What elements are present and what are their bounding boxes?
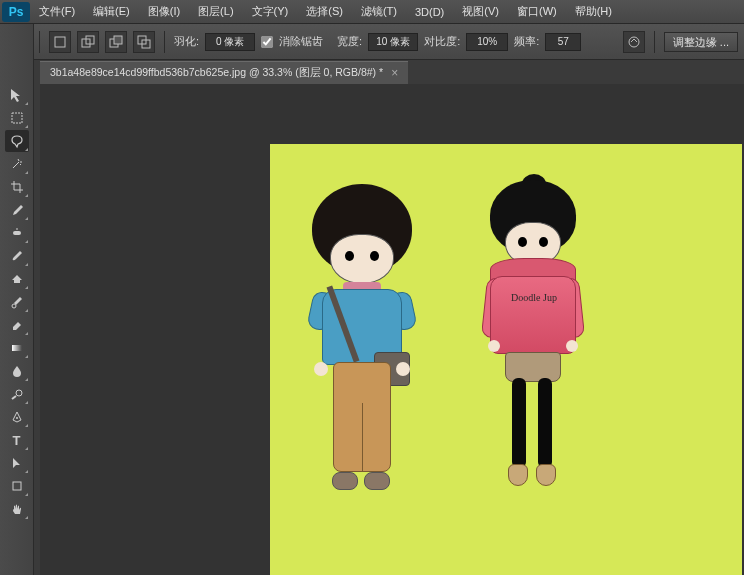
- feather-label: 羽化:: [174, 34, 199, 49]
- dodge-tool[interactable]: [5, 383, 29, 405]
- selection-subtract-icon[interactable]: [105, 31, 127, 53]
- antialias-label: 消除锯齿: [279, 34, 323, 49]
- menubar: Ps 文件(F) 编辑(E) 图像(I) 图层(L) 文字(Y) 选择(S) 滤…: [0, 0, 744, 24]
- pen-pressure-icon[interactable]: [623, 31, 645, 53]
- tools-panel: T: [0, 24, 34, 575]
- brush-tool[interactable]: [5, 245, 29, 267]
- frequency-label: 频率:: [514, 34, 539, 49]
- menu-3d[interactable]: 3D(D): [406, 6, 453, 18]
- pen-tool[interactable]: [5, 406, 29, 428]
- app-logo: Ps: [2, 2, 30, 22]
- crop-tool[interactable]: [5, 176, 29, 198]
- selection-intersect-icon[interactable]: [133, 31, 155, 53]
- menu-window[interactable]: 窗口(W): [508, 4, 566, 19]
- hand-tool[interactable]: [5, 498, 29, 520]
- history-brush-tool[interactable]: [5, 291, 29, 313]
- path-selection-tool[interactable]: [5, 452, 29, 474]
- options-bar: 羽化: 消除锯齿 宽度: 对比度: 频率: 调整边缘 ...: [0, 24, 744, 60]
- illustration-girl: Doodle Jup: [490, 180, 576, 254]
- menu-layer[interactable]: 图层(L): [189, 4, 242, 19]
- menu-help[interactable]: 帮助(H): [566, 4, 621, 19]
- lasso-tool[interactable]: [5, 130, 29, 152]
- gradient-tool[interactable]: [5, 337, 29, 359]
- menu-type[interactable]: 文字(Y): [243, 4, 298, 19]
- canvas-area: Doodle Jup: [40, 84, 744, 575]
- illustration-boy: [312, 184, 412, 274]
- eraser-tool[interactable]: [5, 314, 29, 336]
- antialias-checkbox[interactable]: [261, 36, 273, 48]
- marquee-tool[interactable]: [5, 107, 29, 129]
- shape-tool[interactable]: [5, 475, 29, 497]
- clone-stamp-tool[interactable]: [5, 268, 29, 290]
- feather-input[interactable]: [205, 33, 255, 51]
- menu-view[interactable]: 视图(V): [453, 4, 508, 19]
- svg-rect-4: [114, 36, 122, 44]
- eyedropper-tool[interactable]: [5, 199, 29, 221]
- document-tab-title: 3b1a48e89ce14cd99ffbd536b7cb625e.jpg @ 3…: [50, 66, 383, 80]
- width-input[interactable]: [368, 33, 418, 51]
- menu-select[interactable]: 选择(S): [297, 4, 352, 19]
- svg-rect-0: [55, 37, 65, 47]
- svg-rect-9: [13, 231, 21, 235]
- svg-point-10: [12, 304, 16, 308]
- width-label: 宽度:: [337, 34, 362, 49]
- tab-close-icon[interactable]: ×: [391, 66, 398, 80]
- magic-wand-tool[interactable]: [5, 153, 29, 175]
- svg-rect-11: [12, 345, 22, 351]
- svg-rect-14: [13, 482, 21, 490]
- document-tabbar: 3b1a48e89ce14cd99ffbd536b7cb625e.jpg @ 3…: [0, 60, 744, 84]
- selection-add-icon[interactable]: [77, 31, 99, 53]
- contrast-label: 对比度:: [424, 34, 460, 49]
- refine-edge-button[interactable]: 调整边缘 ...: [664, 32, 738, 52]
- menu-edit[interactable]: 编辑(E): [84, 4, 139, 19]
- blur-tool[interactable]: [5, 360, 29, 382]
- move-tool[interactable]: [5, 84, 29, 106]
- menu-file[interactable]: 文件(F): [30, 4, 84, 19]
- svg-point-12: [16, 390, 22, 396]
- healing-brush-tool[interactable]: [5, 222, 29, 244]
- menu-filter[interactable]: 滤镜(T): [352, 4, 406, 19]
- menu-image[interactable]: 图像(I): [139, 4, 189, 19]
- document-canvas[interactable]: Doodle Jup: [270, 144, 742, 575]
- contrast-input[interactable]: [466, 33, 508, 51]
- document-tab[interactable]: 3b1a48e89ce14cd99ffbd536b7cb625e.jpg @ 3…: [40, 61, 408, 84]
- svg-point-13: [16, 417, 18, 419]
- selection-new-icon[interactable]: [49, 31, 71, 53]
- frequency-input[interactable]: [545, 33, 581, 51]
- type-tool[interactable]: T: [5, 429, 29, 451]
- hoodie-graphic-text: Doodle Jup: [505, 293, 563, 303]
- svg-rect-8: [12, 113, 22, 123]
